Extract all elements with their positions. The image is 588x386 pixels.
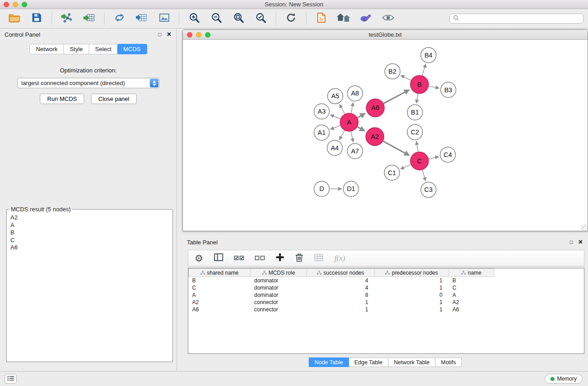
close-panel-button[interactable]: Close panel — [91, 94, 137, 104]
search-input[interactable] — [461, 15, 580, 22]
graph-edge-B-B3[interactable] — [429, 86, 439, 88]
graph-edge-C-C4[interactable] — [429, 157, 439, 159]
add-row-button[interactable] — [276, 253, 284, 263]
table-row[interactable]: Bdominator41B — [189, 277, 494, 284]
graph-edge-A-A4[interactable] — [339, 130, 344, 139]
graph-node-C2[interactable]: C2 — [407, 124, 423, 140]
network-minimize-button[interactable] — [196, 32, 201, 38]
tab-network-table[interactable]: Network Table — [388, 357, 435, 367]
refresh-button[interactable] — [284, 11, 298, 26]
table-settings-button[interactable]: ⚙ — [195, 253, 203, 263]
graph-edge-A-A3[interactable] — [330, 115, 340, 119]
graph-node-A8[interactable]: A8 — [347, 86, 363, 101]
graph-node-C1[interactable]: C1 — [384, 165, 400, 181]
graph-edge-B-B1[interactable] — [416, 94, 418, 103]
optimization-select[interactable]: largest connected component (directed) — [17, 78, 159, 88]
graph-node-C4[interactable]: C4 — [440, 147, 455, 162]
table-row[interactable]: Cdominator41C — [189, 284, 494, 291]
delete-table-button[interactable] — [314, 254, 324, 263]
network-close-button[interactable] — [187, 32, 192, 38]
graph-node-B3[interactable]: B3 — [440, 82, 456, 98]
tab-edge-table[interactable]: Edge Table — [349, 357, 388, 367]
graph-node-B1[interactable]: B1 — [407, 105, 423, 120]
graph-edge-C-C1[interactable] — [401, 165, 411, 169]
function-builder-button[interactable]: f(x) — [335, 254, 345, 263]
graph-edge-A-A7[interactable] — [351, 132, 354, 142]
graph-edge-A-A8[interactable] — [351, 103, 354, 113]
graph-node-D[interactable]: D — [314, 181, 330, 197]
import-network-button[interactable] — [60, 11, 74, 26]
column-header-successor-nodes[interactable]: successor nodes — [307, 269, 375, 277]
graph-node-A1[interactable]: A1 — [314, 125, 330, 140]
table-row[interactable]: Adominator80A — [189, 291, 494, 299]
tab-mcds[interactable]: MCDS — [117, 44, 147, 54]
close-window-button[interactable] — [4, 2, 9, 7]
mcds-result-item[interactable]: A2 — [10, 214, 170, 222]
tab-network[interactable]: Network — [29, 44, 64, 54]
memory-button[interactable]: Memory — [545, 374, 583, 384]
graph-edge-A6-B[interactable] — [384, 90, 409, 104]
zoom-window-button[interactable] — [22, 2, 27, 7]
graph-edge-A-A6[interactable] — [358, 114, 365, 118]
mcds-result-item[interactable]: C — [10, 237, 170, 244]
open-document-button[interactable] — [314, 11, 329, 26]
graph-edge-B-B2[interactable] — [401, 76, 411, 81]
open-session-button[interactable] — [7, 11, 22, 26]
search-field[interactable] — [449, 14, 583, 24]
graph-edge-A2-C[interactable] — [383, 141, 409, 155]
task-history-button[interactable] — [5, 374, 17, 384]
graph-node-A[interactable]: A — [340, 113, 358, 131]
graph-node-A2[interactable]: A2 — [366, 128, 384, 146]
zoom-in-button[interactable] — [187, 11, 201, 26]
mcds-result-item[interactable]: A6 — [10, 244, 170, 252]
graph-edge-C-C2[interactable] — [416, 142, 418, 152]
delete-row-button[interactable] — [295, 253, 303, 264]
graph-node-C[interactable]: C — [411, 152, 429, 170]
new-network-button[interactable] — [112, 11, 127, 26]
show-hide-button[interactable] — [381, 11, 395, 26]
zoom-selected-button[interactable] — [253, 11, 268, 26]
graph-node-A5[interactable]: A5 — [328, 88, 343, 104]
zoom-out-button[interactable] — [209, 11, 224, 26]
network-zoom-button[interactable] — [205, 32, 210, 38]
graph-edge-C-C3[interactable] — [422, 170, 425, 181]
graph-node-A7[interactable]: A7 — [347, 143, 363, 159]
float-panel-icon[interactable]: □ — [158, 31, 161, 38]
table-row[interactable]: A6connector11A6 — [189, 306, 494, 313]
graph-edge-A-A2[interactable] — [358, 127, 365, 131]
float-table-panel-icon[interactable]: □ — [569, 239, 573, 245]
close-panel-icon[interactable]: × — [167, 31, 171, 38]
table-row[interactable]: A2connector11A2 — [189, 299, 494, 306]
graph-node-B2[interactable]: B2 — [385, 64, 400, 79]
tab-motifs[interactable]: Motifs — [435, 357, 462, 367]
column-header-shared-name[interactable]: shared name — [189, 269, 251, 277]
import-table-button[interactable] — [82, 11, 96, 26]
graph-node-A4[interactable]: A4 — [327, 140, 343, 156]
graph-node-B4[interactable]: B4 — [421, 48, 436, 63]
minimize-window-button[interactable] — [13, 2, 18, 7]
select-all-button[interactable] — [234, 254, 244, 262]
home-networks-button[interactable] — [336, 11, 351, 26]
graph-node-A3[interactable]: A3 — [314, 104, 330, 119]
tab-style[interactable]: Style — [64, 44, 89, 54]
tab-node-table[interactable]: Node Table — [309, 357, 349, 367]
new-table-button[interactable] — [134, 11, 149, 26]
graph-node-C3[interactable]: C3 — [421, 182, 436, 198]
column-header-mcds-role[interactable]: MCDS role — [251, 269, 307, 277]
graph-node-B[interactable]: B — [411, 76, 429, 94]
graph-edge-A-A1[interactable] — [330, 126, 340, 129]
save-session-button[interactable] — [29, 11, 44, 26]
network-canvas[interactable]: B4B2BB3A5A8A6B1A3AC2A1A2A4A7C4CC1C3DD1 — [183, 40, 588, 231]
run-mcds-button[interactable]: Run MCDS — [40, 94, 84, 104]
show-columns-button[interactable] — [214, 253, 223, 263]
export-image-button[interactable] — [157, 11, 171, 26]
column-header-name[interactable]: name — [449, 269, 494, 277]
mcds-result-item[interactable]: B — [10, 229, 170, 237]
graph-edge-A-A5[interactable] — [339, 105, 344, 114]
graph-node-D1[interactable]: D1 — [343, 181, 359, 197]
graph-edge-B-B4[interactable] — [422, 64, 426, 76]
mcds-result-item[interactable]: A — [10, 222, 170, 229]
graph-node-A6[interactable]: A6 — [366, 99, 384, 117]
annotation-tool-button[interactable] — [359, 11, 373, 26]
deselect-all-button[interactable] — [255, 254, 265, 262]
